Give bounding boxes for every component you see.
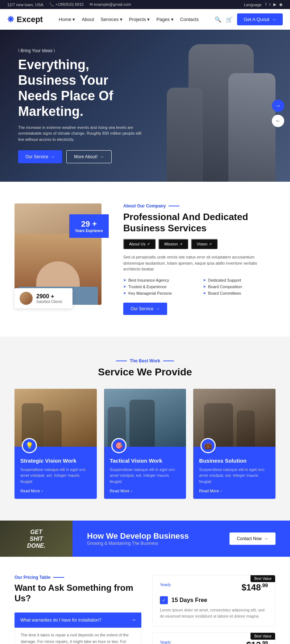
pricing-title: Want to Ask Something from Us? [14,583,141,604]
feature-item: ➤ Trusted & Experience [123,285,196,289]
instagram-icon[interactable]: ◉ [279,2,283,7]
cart-icon[interactable]: 🛒 [226,16,233,23]
service-card-body: Business Solution Suspendisse natoque el… [193,447,276,499]
facebook-icon[interactable]: f [265,2,266,7]
faq-minus-icon: − [132,617,136,623]
service-card-image: 💡 [14,389,97,447]
service-icon: 🎯 [111,438,127,453]
read-more-link[interactable]: Read More › [110,489,181,493]
clients-label: Satisfied Clients [36,300,62,304]
language-selector[interactable]: Language [244,3,262,7]
service-card-desc: Suspendisse natoque elit in eget orci am… [110,467,181,485]
hero-description: The increase in extreme weather events a… [18,125,141,143]
feature-item: ➤ Dedicated Support [203,278,276,282]
logo[interactable]: ❋ Except [7,15,43,24]
service-card-body: Tactical Vision Work Suspendisse natoque… [104,447,186,499]
service-card: 💡 Strategic Vision Work Suspendisse nato… [14,389,97,499]
nav-home[interactable]: Home ▾ [59,17,75,22]
clients-avatar [20,292,33,305]
develop-subtitle: Growing & Maintaining The Business [87,541,189,546]
years-label: Years Exprience [75,229,103,233]
get-quote-button[interactable]: Get A Quout → [237,13,283,25]
feature-arrow-icon: ➤ [123,278,126,282]
hero-section: \ Bring Your Ideas \ Everything, Busines… [0,30,290,182]
arrow-icon: → [272,17,276,22]
arrow-icon: → [50,154,55,159]
hero-prev-button[interactable]: ← [272,115,284,127]
hero-next-button[interactable]: → [272,100,284,112]
feature-item: ➤ Board Committees [203,291,276,295]
clients-info: 2900 + Satisfied Clients [36,293,62,304]
pricing-period: Yearly [160,582,171,587]
address-text: 12/7 new town, USA [7,3,44,7]
feature-item: ➤ Board Composition [203,285,276,289]
vision-tab[interactable]: Vision ↗ [191,239,218,249]
about-tabs: About Us ↗ Mission ↗ Vision ↗ [123,239,276,249]
arrow-icon: → [264,536,268,541]
mission-tab[interactable]: Mission ↗ [158,239,188,249]
twitter-icon[interactable]: t [269,2,270,7]
service-card-title: Tactical Vision Work [110,458,181,464]
feature-item: ➤ Key Managerial Persons [123,291,196,295]
years-number: 29 + [75,219,103,229]
our-service-button[interactable]: Our Service → [18,150,62,163]
top-bar: 12/7 new town, USA 📞 +199(910) 6915 ✉ ex… [0,0,290,9]
pricing-section-label: Our Pricing Table [14,575,141,580]
youtube-icon[interactable]: ▶ [273,2,276,7]
best-value-badge: Best Value [250,633,275,640]
pricing-card-title: 15 Days Free [171,597,207,603]
develop-text: How We Develop Business Growing & Mainta… [87,531,189,546]
services-section-label: The Best Work [14,358,276,363]
contact-now-button[interactable]: Contact Now → [229,533,276,545]
clients-number: 2900 + [36,293,62,300]
about-features: ➤ Best Insurance Agency ➤ Dedicated Supp… [123,278,276,295]
navbar: ❋ Except Home ▾ About Services ▾ Project… [0,9,290,30]
hero-tagline: \ Bring Your Ideas \ [18,48,149,53]
about-image-wrap: 29 + Years Exprience 2900 + Satisfied Cl… [14,203,109,305]
about-content: About Our Company Professional And Dedic… [123,203,276,315]
about-us-tab[interactable]: About Us ↗ [123,239,156,249]
search-icon[interactable]: 🔍 [215,16,221,23]
hero-buttons: Our Service → More About! → [18,150,149,163]
service-icon: 💡 [22,438,37,453]
nav-services[interactable]: Services ▾ [100,17,122,22]
pricing-section: Our Pricing Table Want to Ask Something … [0,557,290,644]
more-about-button[interactable]: More About! → [66,150,112,163]
services-title: Service We Provide [14,366,276,378]
our-service-link[interactable]: Our Service → [123,303,167,315]
feature-arrow-icon: ➤ [203,285,206,289]
develop-section: GETSHITDONE. How We Develop Business Gro… [0,521,290,557]
arrow-icon: › [41,489,43,493]
nav-projects[interactable]: Projects ▾ [129,17,150,22]
hero-title: Everything, Business Your Needs Place Of… [18,57,149,119]
service-card-body: Strategic Vision Work Suspendisse natoqu… [14,447,97,499]
service-card-image: 💼 [193,389,276,447]
services-section: The Best Work Service We Provide 💡 Strat… [0,337,290,521]
hero-content: \ Bring Your Ideas \ Everything, Busines… [0,34,167,178]
pricing-right: Best Value Yearly $148.99 ✓ 15 Days Free… [152,575,276,644]
service-card-title: Strategic Vision Work [20,458,91,464]
arrow-icon: › [220,489,222,493]
nav-contacts[interactable]: Contacts [180,17,199,22]
read-more-link[interactable]: Read More › [20,489,91,493]
clients-badge: 2900 + Satisfied Clients [14,288,72,308]
develop-right-content: How We Develop Business Growing & Mainta… [72,521,290,557]
nav-pages[interactable]: Pages ▾ [156,17,173,22]
nav-about[interactable]: About [82,17,94,22]
arrow-icon: › [131,489,132,493]
best-value-badge: Best Value [250,575,275,582]
services-grid: 💡 Strategic Vision Work Suspendisse nato… [14,389,276,499]
faq-question[interactable]: What warranties do I have for installati… [14,613,141,628]
pricing-price: $148.99 [241,582,268,593]
arrow-icon: → [100,154,104,159]
read-more-link[interactable]: Read More › [199,489,270,493]
pricing-period: Yearly [160,640,171,644]
feature-arrow-icon: ➤ [203,291,206,295]
service-card-desc: Suspendisse natoque elit in eget orci am… [20,467,91,485]
pricing-card-title-row: ✓ 15 Days Free [160,596,268,604]
about-title: Professional And Dedicated Business Serv… [123,211,276,234]
top-bar-right: Language f t ▶ ◉ [244,2,283,7]
faq-answer: The time it takes to repair a roof depen… [14,628,141,644]
faq-item: What warranties do I have for installati… [14,613,141,644]
nav-right: 🔍 🛒 Get A Quout → [215,13,283,25]
